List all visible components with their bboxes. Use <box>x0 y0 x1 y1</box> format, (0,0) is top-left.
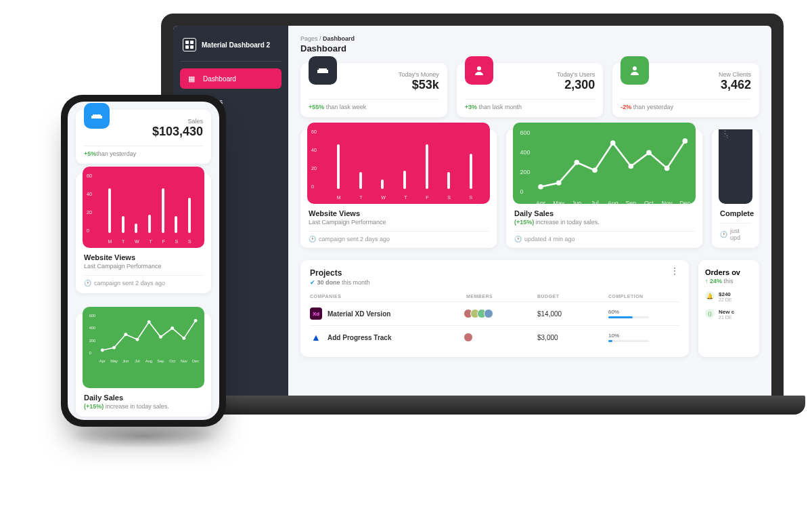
bar <box>447 172 450 189</box>
company-logo: Xd <box>310 308 322 320</box>
timeline-item: ⟨⟩ New c21 DE <box>705 309 752 320</box>
orders-subtitle: ↑ 24% this <box>705 278 752 284</box>
bar <box>403 171 406 189</box>
svg-text:Nov: Nov <box>662 200 673 207</box>
svg-text:0: 0 <box>89 351 91 355</box>
svg-point-35 <box>112 346 116 350</box>
bar <box>381 179 384 189</box>
completion: 10% <box>608 333 679 342</box>
stat-delta: +3% than lask month <box>465 99 595 110</box>
svg-point-9 <box>592 168 597 173</box>
bar <box>188 198 191 233</box>
brand-icon <box>183 38 196 51</box>
clock-icon: 🕑 <box>720 231 727 238</box>
phone-stat-card: Sales $103,430 +5%than yesterday <box>76 110 211 164</box>
svg-point-42 <box>194 319 198 322</box>
stat-delta: -2% than yesterday <box>621 99 751 110</box>
breadcrumb: Pages / Dashboard <box>300 35 759 42</box>
table-row[interactable]: ▲Add Progress Track $3,000 10% <box>310 325 679 349</box>
bar <box>359 172 362 189</box>
svg-point-7 <box>556 180 562 186</box>
svg-point-28 <box>727 135 727 136</box>
bar <box>470 154 472 189</box>
brand: Material Dashboard 2 <box>180 34 281 62</box>
svg-text:Jun: Jun <box>122 359 129 363</box>
line-chart: 0200400600Apr <box>719 129 752 204</box>
chart-card: 0200400600AprMayJunJulAugSepOctNovDec Da… <box>506 129 702 248</box>
svg-text:Apr: Apr <box>727 137 728 138</box>
stat-card: Today's Users 2,300 +3% than lask month <box>457 63 604 117</box>
svg-text:Nov: Nov <box>181 359 187 363</box>
main-content: Pages / Dashboard Dashboard Today's Mone… <box>288 26 771 400</box>
weekend-icon <box>84 103 110 129</box>
svg-point-40 <box>171 326 174 330</box>
bar <box>148 215 151 233</box>
svg-text:Oct: Oct <box>644 200 654 207</box>
svg-text:Jul: Jul <box>135 359 139 363</box>
stat-delta: +55% than lask week <box>309 99 439 110</box>
svg-point-12 <box>646 150 652 156</box>
completion: 60% <box>608 309 679 318</box>
sidebar-item-dashboard[interactable]: ▦Dashboard <box>180 68 281 89</box>
projects-title: Projects <box>310 268 370 278</box>
svg-point-13 <box>664 166 670 171</box>
laptop-mockup: Material Dashboard 2 ▦Dashboard▤Tables P… <box>161 14 784 400</box>
svg-text:Aug: Aug <box>608 200 618 207</box>
bell-icon: 🔔 <box>705 291 715 301</box>
svg-point-8 <box>574 160 580 165</box>
svg-point-39 <box>159 335 162 339</box>
bar <box>135 224 137 233</box>
projects-subtitle: ✔ 30 done this month <box>310 279 370 286</box>
svg-text:May: May <box>553 200 564 207</box>
stat-card: New Clients 3,462 -2% than yesterday <box>612 63 759 117</box>
phone-chart-card-sales: 0200400600AprMayJunJulAugSepOctNovDec Da… <box>76 314 211 417</box>
svg-text:400: 400 <box>520 149 531 156</box>
chart-card: 6040200MTWTFSS Website Views Last Campai… <box>300 129 497 248</box>
svg-point-34 <box>101 349 104 352</box>
bar-chart: 6040200MTWTFSS <box>307 123 490 204</box>
svg-text:200: 200 <box>89 339 96 343</box>
phone-chart-card-views: 6040200MTWTFSS Website Views Last Campai… <box>76 173 211 293</box>
svg-text:Sep: Sep <box>157 359 164 363</box>
bar <box>108 188 111 233</box>
timeline-item: 🔔 $24022 DE <box>705 291 752 302</box>
budget: $3,000 <box>537 334 608 341</box>
check-icon: ✔ <box>310 279 315 286</box>
projects-card: Projects ✔ 30 done this month ⋮ COMPANIE… <box>300 260 689 357</box>
svg-text:Jun: Jun <box>572 200 581 207</box>
member-avatars <box>466 309 537 318</box>
orders-title: Orders ov <box>705 268 752 276</box>
chart-card: 0200400600Apr Complete 🕑just upd <box>712 129 759 248</box>
svg-text:Oct: Oct <box>169 359 175 363</box>
more-icon[interactable]: ⋮ <box>670 268 679 274</box>
nav-icon: ▦ <box>187 74 196 83</box>
svg-text:Apr: Apr <box>536 200 545 207</box>
svg-point-1 <box>633 66 637 70</box>
svg-point-0 <box>477 66 481 70</box>
svg-point-38 <box>148 320 151 324</box>
svg-point-36 <box>124 333 127 336</box>
svg-text:200: 200 <box>724 133 725 134</box>
svg-text:Sep: Sep <box>625 200 636 207</box>
svg-text:Apr: Apr <box>99 359 106 363</box>
code-icon: ⟨⟩ <box>705 309 715 318</box>
bar-chart: 6040200MTWTFSS <box>83 167 204 248</box>
phone-stat-delta: +5%than yesterday <box>84 146 203 157</box>
clock-icon: 🕑 <box>514 236 522 242</box>
arrow-up-icon: ↑ <box>705 278 710 284</box>
page-title: Dashboard <box>300 43 759 54</box>
table-row[interactable]: XdMaterial XD Version $14,000 60% <box>310 301 679 325</box>
svg-point-11 <box>629 164 634 169</box>
bar <box>122 216 125 233</box>
svg-text:400: 400 <box>89 326 96 330</box>
brand-label: Material Dashboard 2 <box>202 41 270 49</box>
company-logo: ▲ <box>310 331 322 343</box>
svg-point-6 <box>538 184 543 190</box>
stat-card: Today's Money $53k +55% than lask week <box>300 63 447 117</box>
person-icon <box>465 56 493 85</box>
svg-text:May: May <box>110 359 118 363</box>
member-avatars <box>466 333 537 342</box>
svg-text:0: 0 <box>724 136 725 137</box>
svg-text:Aug: Aug <box>145 359 152 363</box>
svg-text:600: 600 <box>89 314 96 318</box>
